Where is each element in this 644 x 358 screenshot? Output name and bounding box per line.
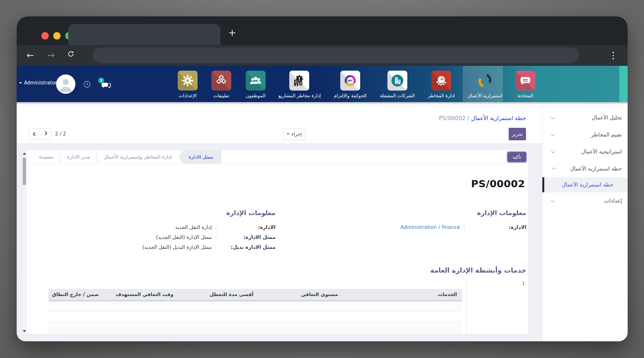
breadcrumb-current: PS/00002 bbox=[439, 115, 465, 121]
close-window-button[interactable] bbox=[41, 32, 49, 39]
field-value: ممثل الإدارة البديل (النقل الجديد) bbox=[29, 244, 216, 250]
vertical-scrollbar[interactable] bbox=[22, 150, 27, 335]
services-field-label: : bbox=[522, 280, 524, 286]
forward-icon[interactable]: → bbox=[47, 49, 55, 61]
breadcrumb-link[interactable]: خطة استمرارية الأعمال bbox=[471, 115, 526, 121]
column-header-target-recovery-time[interactable]: وقت التعافي المستهدف bbox=[102, 292, 187, 297]
cubes-icon bbox=[211, 71, 231, 91]
breadcrumb-separator: / bbox=[467, 115, 469, 121]
sidebar-item-label: استراتيجية الأعمال bbox=[555, 149, 622, 155]
stage-department-manager[interactable]: مدير الادارة bbox=[63, 154, 94, 160]
avatar[interactable] bbox=[56, 74, 75, 94]
column-header-in-out-scope[interactable]: ضمن / خارج النطاق bbox=[48, 292, 102, 297]
action-label: إجراء bbox=[292, 132, 302, 137]
scrollbar-thumb[interactable] bbox=[23, 158, 26, 185]
field-row: ممثل الادارة: ممثل الإدارة (النقل الجديد… bbox=[29, 232, 275, 242]
chat-bubble-icon bbox=[515, 71, 535, 91]
table-row[interactable] bbox=[48, 312, 462, 322]
column-header-recovery-level[interactable]: مستوى التعافي bbox=[276, 292, 363, 297]
sidebar-item-label: تقييم المخاطر bbox=[555, 132, 622, 138]
reload-icon[interactable] bbox=[67, 49, 75, 61]
app-label: إدارة مخاطر المشاريع bbox=[278, 93, 320, 98]
field-value-link[interactable]: Administration / finance bbox=[278, 224, 464, 230]
app-label: المحادثة bbox=[504, 93, 546, 98]
app-governance[interactable]: GRC الحوكمة والإلتزام bbox=[329, 71, 371, 98]
chevron-down-icon bbox=[551, 149, 555, 153]
column-header-services[interactable]: الخدمات bbox=[363, 292, 462, 297]
app-label: الشركات المشغلة bbox=[377, 93, 418, 98]
activities-clock-icon[interactable] bbox=[83, 80, 91, 90]
app-navbar: Administrator 2 الإعدادات bbox=[17, 66, 628, 102]
column-header-max-downtime[interactable]: أقصى مدة للتعطل bbox=[187, 292, 276, 297]
services-table: الخدمات مستوى التعافي أقصى مدة للتعطل وق… bbox=[48, 289, 462, 332]
pager-next-button[interactable] bbox=[40, 128, 51, 139]
back-icon[interactable]: ← bbox=[27, 49, 34, 61]
record-title: PS/00002 bbox=[471, 178, 525, 189]
people-icon bbox=[246, 71, 266, 91]
field-label: الادارة: bbox=[216, 224, 275, 230]
user-menu[interactable]: Administrator bbox=[19, 80, 57, 86]
app-risk-management[interactable]: ادارة المخاطر bbox=[420, 71, 462, 98]
grc-text: GRC bbox=[348, 79, 353, 82]
sidebar-item-continuity-plan[interactable]: خطة استمرارية الأعمال bbox=[542, 160, 628, 177]
sidebar-item-settings[interactable]: إعدادات bbox=[542, 192, 628, 209]
sidebar-item-risk-assessment[interactable]: تقييم المخاطر bbox=[542, 126, 628, 143]
stage-separator-icon bbox=[58, 151, 62, 163]
chevron-down-icon bbox=[551, 198, 555, 202]
sidebar-item-label: خطة استمرارية الأعمال bbox=[555, 166, 622, 172]
breadcrumb: خطة استمرارية الأعمال / PS/00002 bbox=[439, 115, 526, 121]
services-section-heading: خدمات وأنشطة الإدارة العامة bbox=[430, 266, 526, 274]
group-heading: معلومات الإدارة bbox=[29, 209, 275, 217]
admin-info-group-right: معلومات الإدارة الادارة: Administration … bbox=[278, 209, 526, 232]
field-value: إدارة النقل الجديد bbox=[29, 224, 216, 230]
browser-titlebar: + bbox=[17, 16, 628, 45]
sidebar: تحليل الأعمال تقييم المخاطر استراتيجية ا… bbox=[542, 102, 628, 341]
app-label: الحوكمة والإلتزام bbox=[329, 93, 371, 98]
chevron-down-icon bbox=[551, 132, 555, 136]
field-row: ممثل الادارة بديل: ممثل الإدارة البديل (… bbox=[29, 242, 275, 252]
sidebar-item-label: إعدادات bbox=[555, 198, 622, 204]
field-label: الادارة: bbox=[464, 224, 526, 230]
desktop-background: + ← → Administrator bbox=[0, 0, 644, 358]
scroll-down-icon[interactable] bbox=[23, 330, 26, 332]
scroll-up-icon[interactable] bbox=[23, 153, 26, 155]
sidebar-item-label: خطة استمرارية الأعمال bbox=[552, 182, 614, 188]
url-bar[interactable] bbox=[93, 48, 579, 63]
gauge-icon bbox=[431, 71, 451, 91]
edit-button[interactable]: تحرير bbox=[509, 128, 526, 140]
pager-previous-button[interactable] bbox=[29, 128, 40, 139]
group-divider bbox=[466, 279, 467, 335]
app-discuss[interactable]: المحادثة bbox=[504, 71, 546, 98]
app-operating-companies[interactable]: الشركات المشغلة bbox=[377, 71, 418, 98]
action-dropdown-button[interactable]: إجراء bbox=[283, 128, 305, 140]
chevron-down-icon bbox=[551, 115, 555, 119]
field-value: ممثل الإدارة (النقل الجديد) bbox=[29, 234, 216, 240]
stage-department-representative-active[interactable]: ممثل الادارة bbox=[178, 150, 221, 164]
pager-count: 2 / 2 bbox=[55, 131, 66, 137]
field-label: ممثل الادارة بديل: bbox=[216, 244, 275, 250]
stage-separator-icon bbox=[95, 151, 99, 163]
sidebar-item-business-strategy[interactable]: استراتيجية الأعمال bbox=[542, 143, 628, 160]
sidebar-item-continuity-plan-child[interactable]: خطة استمرارية الأعمال bbox=[542, 177, 628, 192]
user-name: Administrator bbox=[24, 80, 57, 86]
minimize-window-button[interactable] bbox=[53, 32, 61, 39]
sidebar-item-business-analysis[interactable]: تحليل الأعمال bbox=[542, 109, 628, 126]
browser-menu-icon[interactable] bbox=[611, 50, 615, 61]
pager: 2 / 2 bbox=[29, 128, 66, 139]
stage-approved[interactable]: معتمدة bbox=[35, 154, 57, 160]
stage-risk-continuity-mgmt[interactable]: إدارة المخاطر وإستمرارية الأعمال bbox=[100, 154, 176, 160]
browser-toolbar: ← → bbox=[17, 45, 628, 66]
table-row[interactable] bbox=[48, 322, 462, 332]
chevron-down-icon bbox=[19, 82, 22, 84]
browser-tab[interactable] bbox=[68, 24, 220, 45]
table-row[interactable] bbox=[48, 301, 462, 312]
app-business-continuity[interactable]: استمرارية الأعمال bbox=[464, 71, 506, 98]
messages-icon[interactable]: 2 bbox=[101, 80, 111, 91]
app-project-risk[interactable]: إدارة مخاطر المشاريع bbox=[278, 71, 320, 98]
new-tab-button[interactable]: + bbox=[227, 27, 238, 38]
statusbar-stages: معتمدة مدير الادارة إدارة المخاطر وإستمر… bbox=[35, 150, 221, 164]
admin-info-group-left: معلومات الإدارة الادارة: إدارة النقل الج… bbox=[29, 209, 275, 252]
app-employees[interactable]: الموظفون bbox=[235, 71, 276, 98]
table-header-row: الخدمات مستوى التعافي أقصى مدة للتعطل وق… bbox=[48, 289, 462, 300]
confirm-button[interactable]: تأكيد bbox=[507, 152, 526, 162]
